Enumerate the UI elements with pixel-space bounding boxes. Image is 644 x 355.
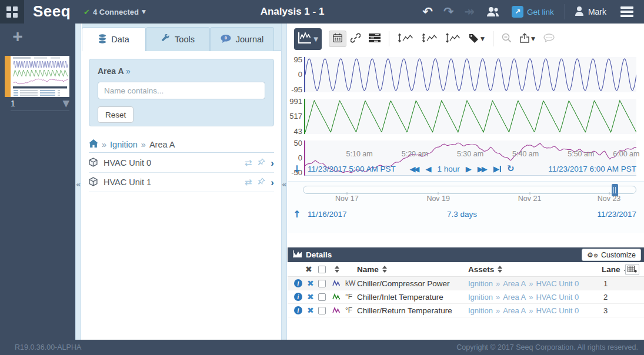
collapse-strip-left[interactable]: « [75, 24, 81, 340]
y-axis-tick: 0 [279, 70, 302, 79]
asset-path-link[interactable]: Area A [503, 306, 526, 315]
export-dropdown[interactable]: ▼ [516, 30, 539, 48]
investigate-end[interactable]: 11/23/2017 [597, 210, 636, 219]
reset-button[interactable]: Reset [98, 106, 134, 123]
annotate-button[interactable] [539, 30, 559, 48]
asset-path-link[interactable]: HVAC Unit 0 [536, 279, 579, 288]
users-icon[interactable] [480, 0, 506, 24]
signal-name[interactable]: Chiller/Compressor Power [357, 277, 450, 290]
forward-icon[interactable]: ↠ [459, 0, 480, 24]
sort-color-column[interactable] [335, 262, 339, 276]
step-back-fast-icon[interactable]: ◀◀ [409, 165, 419, 173]
swap-icon[interactable]: ⇄ [245, 177, 252, 187]
view-mode-dropdown[interactable]: ▼ [294, 28, 322, 50]
asset-path-link[interactable]: Ignition [468, 306, 493, 315]
step-to-end-icon[interactable]: ▶ [493, 164, 501, 173]
pin-icon[interactable] [257, 158, 265, 168]
investigate-start[interactable]: 11/16/2017 [308, 210, 347, 219]
one-lane-per-signal-button[interactable] [393, 30, 418, 48]
breadcrumb-link-ignition[interactable]: Ignition [110, 140, 138, 149]
connected-dropdown[interactable]: ✔ 4 Connected ▼ [84, 0, 146, 24]
status-bar: R19.0.36.00-ALPHA Copyright © 2017 Seeq … [0, 340, 644, 355]
tab-tools[interactable]: Tools [146, 27, 210, 51]
refresh-icon[interactable]: ↻ [507, 163, 515, 174]
investigate-up-icon[interactable]: ↑ [293, 209, 301, 220]
tab-journal[interactable]: 0 Journal [210, 27, 274, 51]
trend-lane-1[interactable]: 950-95 [304, 57, 636, 92]
add-column-button[interactable] [625, 262, 639, 276]
investigate-down-icon[interactable]: ↓ [293, 163, 301, 175]
tab-data-label: Data [111, 35, 129, 44]
customize-label: Customize [601, 251, 636, 259]
one-axis-per-lane-button[interactable] [418, 30, 442, 48]
autoscale-button[interactable] [442, 30, 465, 48]
display-range-end[interactable]: 11/23/2017 6:00 AM PST [548, 165, 636, 173]
asset-path-link[interactable]: Ignition [468, 293, 493, 302]
hamburger-menu-icon[interactable] [615, 6, 639, 17]
row-checkbox[interactable] [318, 290, 326, 303]
signal-name[interactable]: Chiller/Inlet Temperature [357, 290, 443, 303]
details-row: i✖kWChiller/Compressor PowerIgnition»Are… [288, 277, 644, 290]
signal-name[interactable]: Chiller/Return Temperature [357, 304, 452, 317]
remove-signal-icon[interactable]: ✖ [307, 290, 314, 303]
signal-assets: Ignition»Area A»HVAC Unit 0 [468, 277, 579, 290]
worksheet-chevron-icon[interactable]: ▼ [62, 98, 69, 109]
get-link-button[interactable]: ↗ Get link [506, 6, 560, 18]
home-icon[interactable] [89, 139, 98, 149]
pin-icon[interactable] [257, 177, 265, 187]
investigate-duration[interactable]: 7.3 days [447, 210, 477, 219]
info-icon[interactable]: i [294, 304, 302, 317]
chevron-down-icon: ▼ [142, 9, 146, 15]
zoom-out-button[interactable] [498, 30, 516, 48]
asset-label[interactable]: HVAC Unit 1 [104, 177, 239, 187]
column-header-assets[interactable]: Assets [468, 262, 502, 276]
asset-path-link[interactable]: HVAC Unit 0 [536, 306, 579, 315]
info-icon[interactable]: i [294, 277, 302, 290]
bars-button[interactable] [365, 30, 385, 48]
sort-icon[interactable] [498, 266, 502, 273]
sort-icon[interactable] [382, 266, 387, 273]
home-grid-button[interactable] [0, 0, 24, 24]
asset-list: HVAC Unit 0⇄›HVAC Unit 1⇄› [89, 153, 274, 192]
asset-label[interactable]: HVAC Unit 0 [104, 158, 239, 168]
autoscale-icon [446, 33, 461, 45]
asset-path-link[interactable]: HVAC Unit 0 [536, 293, 579, 302]
search-input[interactable] [98, 82, 265, 99]
swap-icon[interactable]: ⇄ [245, 158, 252, 168]
step-forward-fast-icon[interactable]: ▶▶ [478, 165, 488, 173]
unit-label: °F [345, 304, 352, 317]
user-menu[interactable]: Mark [570, 6, 611, 18]
redo-icon[interactable]: ↷ [438, 0, 459, 24]
speech-bubble-icon [543, 34, 555, 44]
trend-lane-2[interactable]: 99151743 [304, 99, 636, 134]
column-header-name[interactable]: Name [357, 262, 387, 276]
select-all-checkbox[interactable] [318, 262, 326, 276]
row-checkbox[interactable] [318, 277, 326, 290]
link-button[interactable] [346, 30, 365, 48]
display-range-start[interactable]: 11/23/2017 5:00 AM PST [308, 165, 396, 173]
step-back-icon[interactable]: ◀ [425, 165, 431, 173]
drilldown-chevron-icon[interactable]: › [271, 177, 274, 187]
duration-label[interactable]: 1 hour [437, 165, 459, 173]
undo-icon[interactable]: ↶ [417, 0, 438, 24]
add-worksheet-button[interactable]: + [8, 27, 27, 46]
drilldown-chevron-icon[interactable]: › [271, 158, 274, 168]
search-scope[interactable]: Area A » [98, 66, 265, 76]
customize-button[interactable]: ⚙⚙ Customize [582, 249, 641, 261]
asset-path-link[interactable]: Area A [503, 293, 526, 302]
step-forward-icon[interactable]: ▶ [466, 165, 472, 173]
row-checkbox[interactable] [318, 304, 326, 317]
breadcrumb-separator: » [102, 140, 106, 149]
timeline-bar[interactable] [303, 186, 636, 194]
remove-signal-icon[interactable]: ✖ [307, 304, 314, 317]
info-icon[interactable]: i [294, 290, 302, 303]
labels-dropdown[interactable]: ▼ [465, 30, 489, 48]
asset-path-link[interactable]: Ignition [468, 279, 493, 288]
calendar-button[interactable] [329, 31, 346, 47]
remove-all-icon[interactable]: ✖ [305, 262, 312, 276]
lane-axis-icon [422, 33, 438, 45]
tab-data[interactable]: Data [82, 27, 146, 51]
asset-path-link[interactable]: Area A [503, 279, 526, 288]
remove-signal-icon[interactable]: ✖ [307, 277, 314, 290]
worksheet-thumbnail[interactable] [11, 56, 69, 97]
